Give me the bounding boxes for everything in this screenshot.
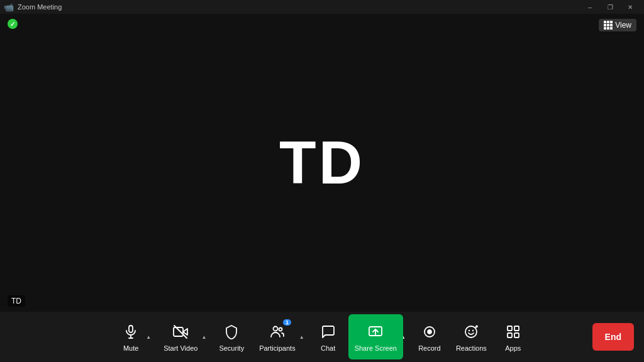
shield-icon: [221, 322, 242, 342]
share-screen-group: Share Screen ▲: [348, 314, 409, 359]
apps-label: Apps: [505, 344, 521, 352]
grid-view-icon: [604, 21, 613, 30]
participants-icon: 1: [267, 322, 287, 342]
view-button[interactable]: View: [599, 19, 636, 31]
reactions-icon: [461, 322, 481, 342]
start-video-button[interactable]: Start Video: [157, 314, 204, 359]
svg-marker-3: [183, 329, 187, 335]
participants-button[interactable]: 1 Participants: [253, 314, 301, 359]
participant-name-label: TD: [8, 295, 25, 307]
share-screen-button[interactable]: Share Screen: [348, 314, 403, 359]
security-button[interactable]: Security: [213, 314, 250, 359]
maximize-button[interactable]: ❐: [600, 0, 620, 14]
reactions-group: Reactions: [450, 314, 493, 359]
chat-icon: [318, 322, 338, 342]
svg-point-7: [279, 328, 282, 331]
svg-rect-18: [514, 333, 519, 337]
video-off-icon: [170, 322, 191, 342]
chat-button[interactable]: Chat: [311, 314, 346, 359]
start-video-group: Start Video ▲: [157, 314, 210, 359]
svg-rect-17: [508, 333, 512, 337]
participants-group: 1 Participants ▲: [253, 314, 308, 359]
mute-button[interactable]: Mute: [113, 314, 148, 359]
reactions-label: Reactions: [456, 344, 487, 352]
titlebar-left: 📹 Zoom Meeting: [4, 3, 62, 12]
mute-group: Mute ▲: [113, 314, 155, 359]
svg-rect-15: [508, 326, 512, 331]
main-video-area: TD: [0, 14, 644, 312]
svg-point-10: [428, 330, 431, 334]
chat-group: Chat: [311, 314, 346, 359]
participants-count: 1: [283, 319, 291, 326]
participant-initials: TD: [279, 128, 365, 197]
share-screen-label: Share Screen: [355, 344, 397, 352]
minimize-button[interactable]: –: [580, 0, 600, 14]
app-icon: 📹: [4, 3, 14, 12]
green-shield-icon: [8, 19, 18, 29]
close-button[interactable]: ✕: [620, 0, 640, 14]
svg-point-6: [273, 327, 277, 331]
record-group: Record: [412, 314, 447, 359]
chat-label: Chat: [321, 344, 335, 352]
svg-rect-0: [129, 326, 133, 332]
apps-button[interactable]: Apps: [496, 314, 531, 359]
svg-rect-4: [174, 327, 183, 336]
apps-group: Apps: [496, 314, 531, 359]
titlebar: 📹 Zoom Meeting – ❐ ✕: [0, 0, 644, 14]
microphone-icon: [121, 322, 141, 342]
svg-rect-16: [514, 326, 519, 331]
record-button[interactable]: Record: [412, 314, 447, 359]
share-screen-icon: [365, 322, 386, 342]
reactions-button[interactable]: Reactions: [450, 314, 493, 359]
security-label: Security: [219, 344, 244, 352]
svg-point-11: [465, 326, 477, 337]
record-icon: [419, 322, 440, 342]
participants-label: Participants: [259, 344, 295, 352]
toolbar: Mute ▲ Start Video ▲ Security: [0, 312, 644, 362]
end-button[interactable]: End: [592, 323, 634, 351]
security-status-indicator: [8, 19, 18, 29]
record-label: Record: [418, 344, 440, 352]
mute-label: Mute: [123, 344, 138, 352]
view-label: View: [615, 21, 631, 30]
titlebar-title: Zoom Meeting: [18, 3, 62, 11]
apps-icon: [503, 322, 523, 342]
start-video-label: Start Video: [164, 344, 197, 352]
security-group: Security: [213, 314, 250, 359]
titlebar-controls: – ❐ ✕: [580, 0, 640, 14]
svg-point-14: [476, 326, 477, 327]
